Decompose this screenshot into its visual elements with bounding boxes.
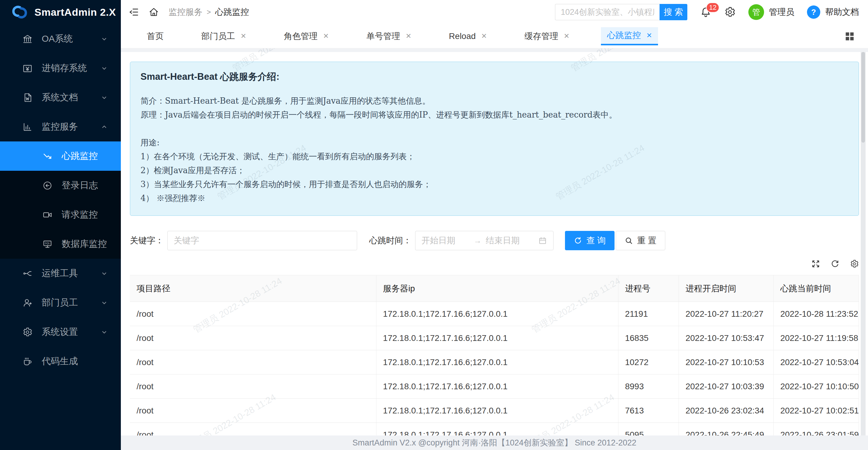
tab-label: 缓存管理 [525,31,558,42]
sidebar-item-settings[interactable]: 系统设置 [0,317,121,347]
cell-ip: 172.18.0.1;172.17.16.6;127.0.0.1 [376,423,618,436]
bank-icon [22,34,33,44]
sidebar-item-codegen[interactable]: 代码生成 [0,347,121,376]
tab-serial[interactable]: 单号管理 ✕ [361,27,417,45]
app-title: SmartAdmin 2.X [34,6,116,18]
sidebar-item-label: 登录日志 [62,179,108,191]
sidebar-item-heartbeat[interactable]: 心跳监控 [0,142,121,171]
sidebar-item-login-log[interactable]: 登录日志 [0,171,121,200]
cell-beat-time: 2022-10-28 11:23:52 [774,302,859,326]
close-icon[interactable]: ✕ [564,32,569,40]
tab-heartbeat[interactable]: 心跳监控 ✕ [601,27,658,45]
date-range-picker[interactable]: 开始日期 → 结束日期 [415,231,554,250]
refresh-icon[interactable] [831,259,840,268]
table-row[interactable]: /root 172.18.0.1;172.17.16.6;127.0.0.1 8… [130,374,859,399]
table-row[interactable]: /root 172.18.0.1;172.17.16.6;127.0.0.1 7… [130,399,859,423]
cell-path: /root [130,423,376,436]
info-line: 4） ※强烈推荐※ [141,191,848,205]
close-icon[interactable]: ✕ [481,32,487,40]
tab-employees[interactable]: 部门员工 ✕ [195,27,252,45]
breadcrumb-parent[interactable]: 监控服务 [168,6,203,18]
help-link[interactable]: ? 帮助文档 [807,5,859,19]
sidebar-item-label: 代码生成 [42,355,108,367]
info-line: 简介：Smart-Heart-Beat 是心跳服务，用于监测Java应用的状态等… [141,94,848,108]
sidebar-item-label: 部门员工 [42,297,100,309]
chevron-down-icon [100,35,108,43]
calendar-icon [538,236,547,245]
table-row[interactable]: /root 172.18.0.1;172.17.16.6;127.0.0.1 1… [130,350,859,374]
file-word-icon [22,92,33,103]
content-scrollbar[interactable] [861,52,866,436]
notification-badge: 12 [706,2,719,13]
header: 监控服务 > 心跳监控 搜 索 12 管 [121,0,868,24]
tab-options-grid-icon[interactable] [844,31,855,41]
tab-reload[interactable]: Reload ✕ [443,27,493,45]
sidebar-item-label: 系统设置 [42,326,100,338]
end-date-placeholder[interactable]: 结束日期 [486,235,534,246]
search-input[interactable] [555,4,659,20]
sidebar-item-ops-tools[interactable]: 运维工具 [0,259,121,288]
table-row[interactable]: /root 172.18.0.1;172.17.16.6;127.0.0.1 1… [130,326,859,350]
sidebar-item-request-monitor[interactable]: 请求监控 [0,200,121,230]
start-date-placeholder[interactable]: 开始日期 [422,235,469,246]
fullscreen-icon[interactable] [811,259,820,268]
footer: SmartAdmin V2.x @copyright 河南·洛阳【1024创新实… [121,436,868,450]
sidebar-item-inventory[interactable]: 进销存系统 [0,54,121,83]
cell-ip: 172.18.0.1;172.17.16.6;127.0.0.1 [376,374,618,398]
keyword-input[interactable] [167,231,357,250]
close-icon[interactable]: ✕ [323,32,329,40]
cell-pid: 7613 [618,399,679,422]
column-header: 进程开启时间 [679,275,774,302]
chevron-down-icon [100,328,108,336]
info-line: 1）在各个环境（无论开发、测试、生产）能统一看到所有启动的服务列表； [141,150,848,163]
tab-label: Reload [449,31,476,41]
invoice-icon [22,63,33,73]
login-icon [42,180,53,191]
menu-fold-icon[interactable] [129,7,139,17]
header-search: 搜 索 [555,4,687,20]
search-magnifier-icon [624,236,633,245]
search-button[interactable]: 搜 索 [659,4,687,20]
sidebar-item-employees[interactable]: 部门员工 [0,288,121,317]
app-root: SmartAdmin 2.X OA系统 进销存系统 [0,0,868,450]
column-header: 服务器ip [376,275,618,302]
info-panel-title: Smart-Heart-Beat 心跳服务介绍: [141,70,848,83]
table-row[interactable]: /root 172.18.0.1;172.17.16.6;127.0.0.1 5… [130,423,859,436]
cell-beat-time: 2022-10-27 10:10:50 [774,374,859,398]
sidebar-item-label: OA系统 [42,33,100,45]
cell-ip: 172.18.0.1;172.17.16.6;127.0.0.1 [376,399,618,422]
tab-label: 心跳监控 [607,30,641,41]
close-icon[interactable]: ✕ [241,32,246,40]
close-icon[interactable]: ✕ [646,31,652,39]
tab-label: 角色管理 [284,31,317,42]
info-line: 3）当某些业务只允许有一个服务启动的时候，用于排查是否别人也启动的服务； [141,177,848,191]
tab-roles[interactable]: 角色管理 ✕ [278,27,335,45]
table-row[interactable]: /root 172.18.0.1;172.17.16.6;127.0.0.1 2… [130,302,859,326]
sidebar-item-docs[interactable]: 系统文档 [0,83,121,112]
tab-home[interactable]: 首页 [141,27,170,45]
user-menu[interactable]: 管 管理员 [748,4,794,20]
heartbeat-page-card: Smart-Heart-Beat 心跳服务介绍: 简介：Smart-Heart-… [121,52,868,436]
cell-ip: 172.18.0.1;172.17.16.6;127.0.0.1 [376,326,618,350]
header-gear-icon[interactable] [724,6,736,18]
cell-pid: 5095 [618,423,679,436]
sidebar-item-db-monitor[interactable]: SQL 数据库监控 [0,230,121,259]
scrollbar-thumb[interactable] [861,52,865,143]
sidebar-item-monitor[interactable]: 监控服务 [0,112,121,142]
sidebar-item-oa[interactable]: OA系统 [0,24,121,54]
column-settings-gear-icon[interactable] [850,259,859,268]
home-icon[interactable] [149,7,159,17]
column-header: 项目路径 [130,275,376,302]
tab-cache[interactable]: 缓存管理 ✕ [519,27,576,45]
breadcrumb: 监控服务 > 心跳监控 [168,6,249,18]
cell-beat-time: 2022-10-27 11:19:58 [774,326,859,350]
logo[interactable]: SmartAdmin 2.X [0,0,121,24]
notification-bell[interactable]: 12 [700,6,712,18]
reset-button[interactable]: 重 置 [616,231,665,250]
keyword-label: 关键字： [130,235,164,246]
avatar: 管 [748,4,764,20]
query-button[interactable]: 查 询 [565,231,615,250]
sql-monitor-icon: SQL [42,239,53,249]
breadcrumb-current: 心跳监控 [215,6,249,18]
close-icon[interactable]: ✕ [406,32,411,40]
